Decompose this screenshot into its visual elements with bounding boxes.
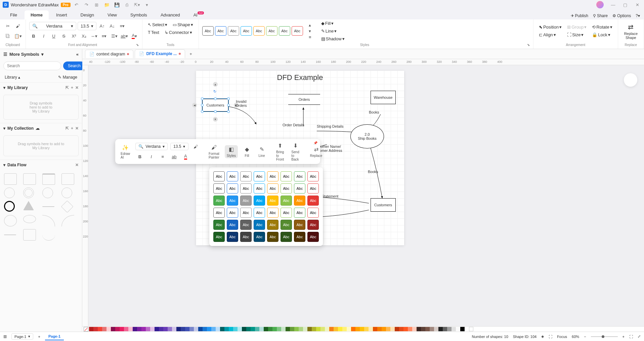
style-swatch[interactable]: Abc	[307, 220, 319, 230]
color-cell[interactable]	[465, 327, 469, 331]
styles-expand-icon[interactable]: ≡	[306, 34, 314, 40]
float-formatpainter-icon[interactable]: 🖌	[191, 142, 200, 151]
size-dropdown[interactable]: ⛶ Size ▾	[565, 32, 589, 38]
help-icon[interactable]: ?▾	[636, 13, 640, 18]
node-customers-1[interactable]: Customers	[202, 99, 228, 112]
line-spacing-icon[interactable]: ≡▾	[100, 32, 109, 40]
label-books-2[interactable]: Books	[368, 170, 378, 174]
color-cell[interactable]	[447, 327, 452, 331]
label-invalid-orders[interactable]: Invalid Orders	[235, 99, 247, 108]
shape-circle-3[interactable]	[42, 187, 53, 198]
color-cell[interactable]	[290, 327, 294, 331]
color-cell[interactable]	[425, 327, 430, 331]
color-cell[interactable]	[238, 327, 242, 331]
color-cell[interactable]	[146, 327, 150, 331]
label-books-1[interactable]: Books	[369, 110, 379, 114]
bold-icon[interactable]: B	[29, 32, 38, 40]
arrow-up-icon[interactable]: ▲	[213, 82, 218, 87]
style-swatch[interactable]: Abc	[281, 171, 292, 181]
arrow-left-icon[interactable]: ◀	[192, 103, 197, 108]
library-link[interactable]: Library ▴	[5, 75, 20, 80]
format-painter-icon[interactable]: 🖌	[13, 22, 22, 30]
color-cell[interactable]	[163, 327, 168, 331]
doc-tab-context-diagram[interactable]: 📄 context diagram	[85, 50, 133, 58]
chevron-down-icon[interactable]: ▾	[3, 163, 5, 167]
no-color-icon[interactable]	[84, 327, 88, 332]
chevron-down-icon[interactable]: ▾	[3, 126, 5, 131]
menu-symbols[interactable]: Symbols	[124, 10, 153, 19]
style-swatch[interactable]: Abc	[307, 171, 319, 181]
color-cell[interactable]	[189, 327, 194, 331]
color-cell[interactable]	[216, 327, 220, 331]
label-order-details[interactable]: Order Details	[283, 123, 304, 127]
style-swatch[interactable]: Abc	[294, 171, 305, 181]
shape-rect-1[interactable]	[4, 173, 17, 185]
color-cell[interactable]	[382, 327, 386, 331]
style-swatch[interactable]: Abc	[240, 196, 252, 206]
color-cell[interactable]	[438, 327, 443, 331]
zoom-slider[interactable]	[591, 336, 618, 337]
node-warehouse[interactable]: Warehouse	[371, 91, 396, 104]
style-swatch[interactable]: Abc	[213, 208, 225, 218]
color-cell[interactable]	[312, 327, 316, 331]
color-cell[interactable]	[277, 327, 281, 331]
style-swatch[interactable]: Abc	[294, 208, 305, 218]
new-icon[interactable]: ⊞	[94, 2, 99, 7]
color-cell[interactable]	[150, 327, 155, 331]
node-ship-books[interactable]: 2.0 Ship Books	[350, 124, 384, 148]
color-cell[interactable]	[351, 327, 355, 331]
subscript-icon[interactable]: X₂	[80, 32, 88, 40]
color-cell[interactable]	[98, 327, 102, 331]
quick-style-6[interactable]: Abc	[266, 26, 277, 36]
print-icon[interactable]: ⎙	[124, 2, 130, 7]
color-cell[interactable]	[386, 327, 390, 331]
edit-library-icon[interactable]: ⇱	[66, 85, 69, 90]
style-swatch[interactable]: Abc	[213, 196, 225, 206]
style-swatch[interactable]: Abc	[240, 183, 252, 194]
style-swatch[interactable]: Abc	[213, 232, 225, 242]
color-cell[interactable]	[220, 327, 224, 331]
save-icon[interactable]: 💾	[114, 2, 120, 7]
color-cell[interactable]	[137, 327, 141, 331]
close-icon[interactable]: ✕	[635, 2, 640, 7]
color-cell[interactable]	[172, 327, 176, 331]
data-flow-header[interactable]: Data Flow	[7, 163, 27, 167]
quick-style-2[interactable]: Abc	[215, 26, 226, 36]
selected-shape-customers[interactable]: Customers ▲ ▼ ◀ ▶ ↻	[202, 98, 229, 112]
char-spacing-icon[interactable]: ↔▾	[90, 32, 98, 40]
color-cell[interactable]	[334, 327, 338, 331]
shape-bold-circle[interactable]	[4, 201, 15, 212]
shape-rect-2[interactable]	[23, 173, 36, 185]
color-cell[interactable]	[325, 327, 329, 331]
style-swatch[interactable]: Abc	[227, 171, 238, 181]
color-cell[interactable]	[294, 327, 299, 331]
qat-more-icon[interactable]: ▾	[144, 2, 150, 7]
color-cell[interactable]	[176, 327, 181, 331]
color-cell[interactable]	[185, 327, 189, 331]
increase-font-icon[interactable]: A↑	[98, 22, 106, 30]
float-font-select[interactable]: 🔍 Verdana ▾	[135, 143, 168, 150]
style-swatch[interactable]: Abc	[213, 220, 225, 230]
export-icon[interactable]: ⇱▾	[134, 2, 140, 7]
color-cell[interactable]	[299, 327, 303, 331]
color-cell[interactable]	[408, 327, 412, 331]
undo-icon[interactable]: ↶	[74, 2, 79, 7]
color-cell[interactable]	[395, 327, 399, 331]
edit-collection-icon[interactable]: ⇱	[66, 126, 69, 131]
color-cell[interactable]	[412, 327, 417, 331]
shape-circle-1[interactable]	[4, 187, 15, 198]
color-cell[interactable]	[360, 327, 364, 331]
color-cell[interactable]	[159, 327, 163, 331]
color-cell[interactable]	[307, 327, 312, 331]
shape-curve[interactable]	[42, 229, 55, 241]
color-cell[interactable]	[286, 327, 290, 331]
style-swatch[interactable]: Abc	[227, 183, 238, 194]
style-swatch[interactable]: Abc	[227, 196, 238, 206]
canvas[interactable]: DFD Example Customers	[88, 65, 644, 326]
italic-icon[interactable]: I	[39, 32, 48, 40]
color-cell[interactable]	[369, 327, 373, 331]
style-swatch[interactable]: Abc	[281, 232, 292, 242]
add-collection-icon[interactable]: +	[71, 126, 73, 131]
layers-icon[interactable]: ◈	[541, 334, 544, 339]
send-to-back-button[interactable]: ⬇Send to Back	[289, 141, 301, 162]
